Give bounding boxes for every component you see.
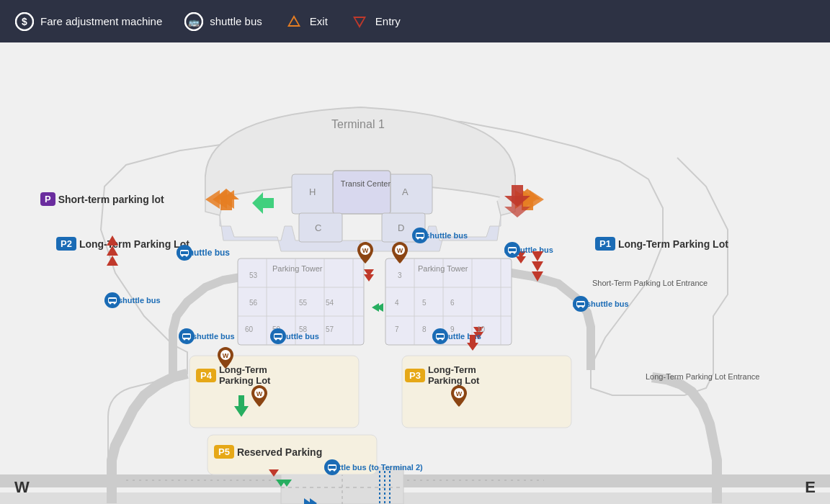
- svg-point-95: [334, 469, 336, 472]
- svg-point-94: [329, 469, 331, 472]
- fare-machine-p3: W: [451, 385, 467, 410]
- red-arrows-left-road: [107, 235, 118, 269]
- svg-point-74: [275, 338, 277, 341]
- svg-marker-110: [213, 189, 239, 210]
- svg-text:W: W: [362, 247, 369, 254]
- shuttle-1-6-marker: [412, 228, 428, 243]
- svg-marker-114: [252, 192, 274, 214]
- shuttle-stop-1-6: 1/6.shuttle bus: [412, 231, 468, 240]
- entry-icon-legend: [349, 12, 370, 32]
- svg-point-71: [188, 338, 190, 341]
- p1-label: Long-Term Parking Lot: [618, 238, 728, 250]
- section-A: A: [402, 186, 409, 197]
- exit-label: Exit: [310, 15, 328, 27]
- p2-badge: P2: [56, 237, 76, 251]
- compass-west: W: [14, 478, 30, 497]
- svg-text:W: W: [397, 247, 403, 254]
- legend-shuttle-bus: 🚌 shuttle bus: [184, 12, 262, 32]
- svg-point-82: [417, 238, 419, 240]
- fare-machine-right: W: [392, 242, 408, 266]
- svg-point-75: [280, 338, 282, 341]
- entry-label: Entry: [375, 15, 401, 27]
- svg-text:$: $: [22, 16, 27, 27]
- svg-rect-10: [0, 492, 830, 504]
- entry-arrows-right-red: [504, 185, 530, 220]
- grid-6: 6: [450, 299, 455, 307]
- legend-exit: Exit: [284, 12, 328, 32]
- shuttle-5-marker: [177, 245, 192, 261]
- svg-rect-73: [275, 335, 282, 338]
- svg-point-67: [114, 302, 116, 305]
- svg-point-90: [578, 306, 580, 308]
- p3-label: Long-TermParking Lot: [428, 364, 480, 386]
- svg-rect-9: [0, 474, 830, 487]
- svg-point-87: [514, 252, 516, 254]
- section-H: H: [309, 186, 316, 197]
- svg-rect-61: [181, 251, 188, 254]
- svg-marker-117: [532, 251, 543, 261]
- short-term-parking-label: P Short-term parking lot: [40, 192, 164, 206]
- p1-badge: P1: [595, 237, 615, 251]
- grid-5: 5: [422, 299, 427, 307]
- fare-machine-left: W: [357, 242, 373, 266]
- shuttle-4-1-marker: [179, 328, 195, 344]
- compass-east: E: [805, 478, 816, 497]
- svg-point-83: [421, 238, 424, 240]
- shuttle-stop-2-1: 2-1.shuttle bus: [573, 300, 629, 308]
- grid-60: 60: [245, 325, 253, 333]
- legend-entry: Entry: [349, 12, 401, 32]
- svg-point-86: [509, 252, 512, 254]
- svg-text:🚌: 🚌: [188, 16, 200, 28]
- long-term-entrance-label: Long-Term Parking Lot Entrance: [646, 372, 759, 381]
- grid-56: 56: [249, 299, 257, 307]
- shuttle-bus-icon: 🚌: [184, 12, 204, 32]
- svg-text:W: W: [256, 390, 263, 397]
- svg-rect-69: [183, 335, 190, 338]
- shuttle-stop-4-2: 4-2.shuttle bus: [104, 296, 161, 305]
- svg-marker-121: [107, 246, 118, 256]
- grid-3: 3: [398, 271, 402, 279]
- svg-text:W: W: [456, 390, 463, 397]
- section-C: C: [315, 222, 321, 233]
- svg-rect-85: [509, 248, 516, 251]
- p3-parking-label: P3 Long-TermParking Lot: [405, 364, 479, 386]
- svg-point-91: [582, 306, 584, 308]
- red-arrows-right-road: [532, 251, 543, 284]
- grid-4: 4: [395, 299, 399, 307]
- shuttle-2-marker: [504, 242, 520, 258]
- transit-center-label: Transit Center: [339, 179, 393, 188]
- svg-rect-93: [329, 466, 336, 469]
- shuttle-2-1-marker: [573, 296, 589, 312]
- svg-marker-116: [467, 335, 478, 351]
- p3-badge: P3: [405, 369, 425, 382]
- svg-rect-89: [577, 302, 584, 305]
- exit-arrows-left: [213, 189, 239, 213]
- terminal-label: Terminal 1: [331, 118, 385, 131]
- short-term-entrance-label: Short-Term Parking Lot Entrance: [592, 279, 708, 287]
- svg-rect-65: [109, 299, 116, 302]
- exit-icon-legend: [284, 12, 304, 32]
- p5-badge: P5: [214, 445, 234, 459]
- p-badge-short-term: P: [40, 192, 55, 206]
- fare-machine-p4-2: W: [251, 385, 267, 410]
- p2-parking-label: P2 Long-Term Parking Lot: [56, 237, 189, 251]
- short-term-label: Short-term parking lot: [58, 194, 164, 205]
- grid-55: 55: [299, 299, 307, 307]
- parking-tower-right: Parking Tower: [418, 264, 468, 273]
- grid-7: 7: [395, 325, 399, 333]
- svg-point-62: [182, 255, 184, 257]
- svg-point-79: [442, 338, 444, 341]
- shuttle-stop-4: 4.shuttle bus: [270, 332, 319, 341]
- map-area: Terminal 1 Transit Center H A C D Parkin…: [0, 42, 830, 504]
- red-down-arrows-p3-entry: [467, 335, 478, 354]
- p1-parking-label: P1 Long-Term Parking Lot: [595, 237, 728, 251]
- shuttle-stop-2: 2.shuttle bus: [504, 246, 553, 254]
- fare-machine-icon: $: [14, 12, 35, 32]
- fare-machine-label: Fare adjustment machine: [40, 15, 162, 27]
- svg-marker-118: [532, 261, 543, 271]
- svg-point-63: [186, 255, 188, 257]
- svg-point-78: [437, 338, 439, 341]
- shuttle-stop-t2: shuttle bus (to Terminal 2): [324, 463, 423, 472]
- legend-fare-machine: $ Fare adjustment machine: [14, 12, 162, 32]
- svg-point-70: [184, 338, 186, 341]
